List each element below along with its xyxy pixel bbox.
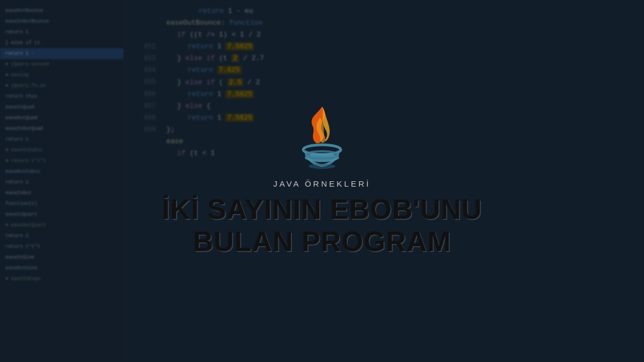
main-title: İKİ SAYININ EBOB'UNU BULAN PROGRAM bbox=[162, 194, 482, 258]
subtitle: JAVA ÖRNEKLERİ bbox=[273, 179, 370, 188]
java-logo bbox=[287, 104, 357, 174]
content-overlay: JAVA ÖRNEKLERİ İKİ SAYININ EBOB'UNU BULA… bbox=[0, 0, 644, 362]
svg-point-3 bbox=[309, 164, 335, 169]
